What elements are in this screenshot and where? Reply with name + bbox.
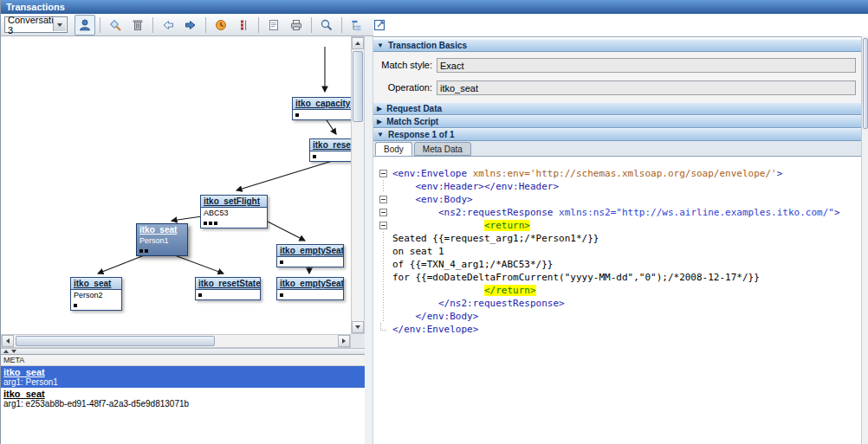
document-button[interactable] xyxy=(263,15,284,35)
meta-row-detail: arg1: Person1 xyxy=(3,377,362,387)
tree-node-title: itko_seat xyxy=(71,278,121,290)
response-body-editor[interactable]: <env:Envelope xmlns:env='http://schemas.… xyxy=(373,157,861,444)
collapse-up-icon[interactable] xyxy=(3,350,9,353)
fold-guide xyxy=(383,297,384,310)
forward-arrow-button[interactable] xyxy=(180,15,201,35)
tree-node-itko_emptySeats[interactable]: itko_emptySeats xyxy=(276,244,344,267)
xml-line: for {{=doDateDeltaFromCurrent("yyyy-MM-d… xyxy=(373,271,861,284)
zoom-button[interactable] xyxy=(316,15,337,35)
scroll-right-button[interactable] xyxy=(338,335,350,347)
scroll-down-button[interactable] xyxy=(352,321,364,333)
toolbar-separator xyxy=(100,17,100,33)
tree-hscroll-thumb[interactable] xyxy=(16,336,215,346)
scroll-up-button[interactable] xyxy=(352,37,364,49)
section-label: Match Script xyxy=(386,117,438,126)
collapse-arrow-icon: ▼ xyxy=(377,42,384,49)
tree-node-itko_resetState[interactable]: itko_resetState xyxy=(195,277,261,300)
combo-arrow-button[interactable] xyxy=(53,18,66,31)
printer-button[interactable] xyxy=(286,15,307,35)
fold-toggle-icon[interactable] xyxy=(379,170,387,177)
fold-toggle-icon[interactable] xyxy=(379,222,387,229)
fold-guide xyxy=(383,180,384,193)
xml-line: on seat 1 xyxy=(373,245,861,258)
tree-vertical-scrollbar[interactable] xyxy=(351,36,365,334)
steps-button[interactable] xyxy=(233,15,254,35)
transaction-tree: itko_capacityitko_resetStateitko_setFlig… xyxy=(1,36,351,334)
history-button[interactable] xyxy=(211,15,231,35)
fold-gutter xyxy=(373,167,392,180)
xml-code: <env:Envelope xmlns:env='http://schemas.… xyxy=(373,167,861,336)
scroll-right-icon xyxy=(342,338,346,344)
fold-guide xyxy=(383,232,384,245)
meta-row-title[interactable]: itko_seat xyxy=(3,389,362,399)
user-button[interactable] xyxy=(74,15,95,35)
xml-line-text: Seated {{=request_arg1;/*Person1*/}} xyxy=(392,232,599,245)
meta-panel-header: META xyxy=(1,355,365,366)
fold-guide xyxy=(383,310,384,323)
fold-guide xyxy=(383,284,384,297)
meta-splitter[interactable] xyxy=(1,348,365,354)
operation-row: Operation: itko_seat xyxy=(377,80,856,95)
tree-node-itko_capacity[interactable]: itko_capacity xyxy=(292,97,351,120)
xml-line: </return> xyxy=(373,284,861,297)
meta-panel: META itko_seatarg1: Person1itko_seatarg1… xyxy=(1,354,365,444)
tab-meta-data[interactable]: Meta Data xyxy=(414,142,471,156)
section-response-1-of-1[interactable]: ▼ Response 1 of 1 xyxy=(373,128,861,141)
xml-line-text: <env:Header></env:Header> xyxy=(392,180,559,193)
fold-toggle-icon[interactable] xyxy=(379,196,387,203)
badge-square-icon xyxy=(145,249,148,253)
operation-label: Operation: xyxy=(377,82,437,93)
steps-icon xyxy=(236,18,250,32)
back-arrow-button[interactable] xyxy=(158,15,178,35)
xml-line: of {{=TXN_4_arg1;/*ABC53*/}} xyxy=(373,258,861,271)
open-editor-button[interactable] xyxy=(369,15,390,35)
xml-line: <env:Header></env:Header> xyxy=(373,180,861,193)
section-request-data[interactable]: ▶ Request Data xyxy=(373,102,861,115)
meta-row[interactable]: itko_seatarg1: e253ab8b-ed91-48f7-a2a3-d… xyxy=(1,388,365,409)
tree-layout-button[interactable] xyxy=(347,15,367,35)
tree-node-badges xyxy=(71,300,121,310)
tree-node-title: itko_emptySeats xyxy=(277,278,343,290)
window-title: Transactions xyxy=(6,2,65,12)
window-titlebar: Transactions xyxy=(1,0,868,14)
document-icon xyxy=(267,18,281,32)
edit-node-button[interactable] xyxy=(105,15,126,35)
fold-toggle-icon[interactable] xyxy=(379,209,387,216)
meta-row-title[interactable]: itko_seat xyxy=(3,367,362,377)
badge-square-icon xyxy=(313,155,316,158)
toolbar-separator xyxy=(341,17,342,33)
tree-node-itko_setFlight[interactable]: itko_setFlightABC53 xyxy=(200,195,268,228)
tree-node-badges xyxy=(137,246,187,255)
collapse-down-icon[interactable] xyxy=(11,350,16,353)
toolbar-separator xyxy=(258,17,259,33)
tab-body[interactable]: Body xyxy=(375,142,412,156)
tree-node-itko_seat[interactable]: itko_seatPerson2 xyxy=(70,277,122,311)
fold-gutter xyxy=(373,284,392,297)
section-transaction-basics[interactable]: ▼ Transaction Basics xyxy=(373,39,861,52)
meta-row[interactable]: itko_seatarg1: Person1 xyxy=(1,366,365,388)
section-match-script[interactable]: ▶ Match Script xyxy=(373,115,861,128)
tree-node-itko_emptySeats[interactable]: itko_emptySeats xyxy=(276,277,344,300)
scroll-left-button[interactable] xyxy=(2,335,14,347)
xml-line-text: for {{=doDateDeltaFromCurrent("yyyy-MM-d… xyxy=(392,271,760,284)
badge-square-icon xyxy=(280,293,283,297)
tree-node-itko_resetState[interactable]: itko_resetState xyxy=(309,138,351,162)
inspector-scroll-thumb[interactable] xyxy=(863,38,868,129)
tree-horizontal-scrollbar[interactable] xyxy=(1,334,351,348)
inspector-scrollbar[interactable] xyxy=(861,36,868,444)
operation-field[interactable]: itko_seat xyxy=(437,80,856,95)
tree-node-title: itko_setFlight xyxy=(201,196,267,208)
panel-splitter-vertical[interactable] xyxy=(365,36,373,444)
fold-gutter xyxy=(373,297,392,310)
match-style-field[interactable]: Exact xyxy=(437,58,856,73)
tree-node-itko_seat[interactable]: itko_seatPerson1 xyxy=(136,223,188,256)
xml-line-text: of {{=TXN_4_arg1;/*ABC53*/}} xyxy=(392,258,553,271)
delete-icon xyxy=(131,18,145,32)
tree-vscroll-thumb[interactable] xyxy=(353,51,363,122)
fold-gutter xyxy=(373,310,392,323)
chevron-down-icon xyxy=(57,23,62,27)
delete-button[interactable] xyxy=(127,15,148,35)
conversation-select[interactable]: Conversation 3 xyxy=(4,16,68,33)
fold-gutter xyxy=(373,180,392,193)
xml-line-text: <env:Body> xyxy=(392,193,473,206)
